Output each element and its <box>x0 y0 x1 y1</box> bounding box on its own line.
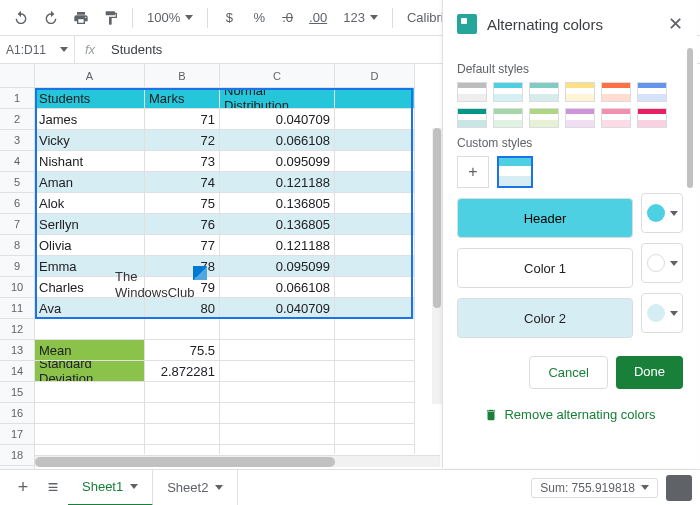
cell[interactable]: 0.040709 <box>220 109 335 130</box>
name-box[interactable]: A1:D11 <box>0 36 75 63</box>
cell[interactable] <box>335 424 415 445</box>
remove-alt-colors-button[interactable]: Remove alternating colors <box>457 407 683 422</box>
cell[interactable] <box>35 319 145 340</box>
cell[interactable] <box>145 445 220 454</box>
cell[interactable] <box>335 235 415 256</box>
cell[interactable] <box>220 424 335 445</box>
cell[interactable] <box>35 424 145 445</box>
row-header[interactable]: 16 <box>0 403 35 424</box>
cell[interactable] <box>145 403 220 424</box>
cell[interactable]: 0.136805 <box>220 193 335 214</box>
cell[interactable]: 73 <box>145 151 220 172</box>
cell[interactable]: 0.066108 <box>220 277 335 298</box>
cell[interactable]: 0.066108 <box>220 130 335 151</box>
cell[interactable] <box>35 382 145 403</box>
undo-button[interactable] <box>8 5 34 31</box>
cell[interactable] <box>335 319 415 340</box>
cell[interactable]: Aman <box>35 172 145 193</box>
cell[interactable] <box>335 256 415 277</box>
cell[interactable] <box>220 340 335 361</box>
add-custom-style-button[interactable]: + <box>457 156 489 188</box>
style-swatch[interactable] <box>529 82 559 102</box>
style-swatch[interactable] <box>601 108 631 128</box>
style-swatch[interactable] <box>493 82 523 102</box>
cell[interactable]: Vicky <box>35 130 145 151</box>
style-swatch[interactable] <box>637 82 667 102</box>
cell[interactable]: 80 <box>145 298 220 319</box>
cell[interactable] <box>220 382 335 403</box>
cell[interactable]: 0.136805 <box>220 214 335 235</box>
cell[interactable]: Mean <box>35 340 145 361</box>
cell[interactable]: 75.5 <box>145 340 220 361</box>
col-header-B[interactable]: B <box>145 64 220 88</box>
cancel-button[interactable]: Cancel <box>529 356 607 389</box>
cell[interactable] <box>35 445 145 454</box>
cell[interactable] <box>335 172 415 193</box>
row-header[interactable]: 1 <box>0 88 35 109</box>
cell[interactable]: 0.095099 <box>220 151 335 172</box>
cell[interactable]: 0.121188 <box>220 235 335 256</box>
style-swatch[interactable] <box>565 108 595 128</box>
col-header-C[interactable]: C <box>220 64 335 88</box>
add-sheet-button[interactable]: + <box>8 473 38 503</box>
row-header[interactable]: 14 <box>0 361 35 382</box>
cell[interactable] <box>335 361 415 382</box>
cell[interactable] <box>145 319 220 340</box>
cell[interactable]: 77 <box>145 235 220 256</box>
cell[interactable] <box>335 445 415 454</box>
color1-picker[interactable] <box>641 243 683 283</box>
row-header[interactable]: 4 <box>0 151 35 172</box>
tab-sheet1[interactable]: Sheet1 <box>68 470 153 506</box>
tab-sheet2[interactable]: Sheet2 <box>153 470 238 506</box>
row-header[interactable]: 18 <box>0 445 35 466</box>
cell[interactable] <box>145 424 220 445</box>
panel-scrollbar[interactable] <box>687 48 695 328</box>
cell[interactable]: Ava <box>35 298 145 319</box>
cell[interactable]: 74 <box>145 172 220 193</box>
row-header[interactable]: 9 <box>0 256 35 277</box>
row-header[interactable]: 10 <box>0 277 35 298</box>
row-header[interactable]: 6 <box>0 193 35 214</box>
percent-button[interactable]: % <box>246 5 272 31</box>
style-swatch[interactable] <box>601 82 631 102</box>
style-swatch[interactable] <box>529 108 559 128</box>
cell[interactable] <box>335 193 415 214</box>
row-header[interactable]: 11 <box>0 298 35 319</box>
cell[interactable] <box>335 109 415 130</box>
cell[interactable]: Normal Distribution <box>220 88 335 109</box>
cell[interactable]: 72 <box>145 130 220 151</box>
col-header-A[interactable]: A <box>35 64 145 88</box>
quicksum-dropdown[interactable]: Sum: 755.919818 <box>531 478 658 498</box>
cell[interactable] <box>220 361 335 382</box>
cell[interactable]: Nishant <box>35 151 145 172</box>
more-formats-dropdown[interactable]: 123 <box>337 10 384 25</box>
style-swatch[interactable] <box>493 108 523 128</box>
cell[interactable]: 0.095099 <box>220 256 335 277</box>
cell[interactable]: 0.040709 <box>220 298 335 319</box>
cell[interactable]: Standard Deviation <box>35 361 145 382</box>
explore-button[interactable] <box>666 475 692 501</box>
cell[interactable] <box>335 130 415 151</box>
vertical-scrollbar[interactable] <box>432 128 442 404</box>
cell[interactable] <box>220 403 335 424</box>
row-header[interactable]: 15 <box>0 382 35 403</box>
style-swatch[interactable] <box>457 108 487 128</box>
cell[interactable]: 71 <box>145 109 220 130</box>
cell[interactable] <box>35 403 145 424</box>
cell[interactable] <box>145 382 220 403</box>
decrease-decimal-button[interactable]: .0 <box>276 10 299 25</box>
cell[interactable]: Students <box>35 88 145 109</box>
style-swatch[interactable] <box>565 82 595 102</box>
cell[interactable] <box>335 214 415 235</box>
cell[interactable]: Marks <box>145 88 220 109</box>
row-header[interactable]: 17 <box>0 424 35 445</box>
row-header[interactable]: 5 <box>0 172 35 193</box>
row-header[interactable]: 3 <box>0 130 35 151</box>
cell[interactable]: 78 <box>145 256 220 277</box>
horizontal-scrollbar[interactable] <box>35 455 440 467</box>
cell[interactable]: Olivia <box>35 235 145 256</box>
custom-style-selected[interactable] <box>497 156 533 188</box>
cell[interactable] <box>335 88 415 109</box>
cell[interactable] <box>335 340 415 361</box>
cell[interactable]: James <box>35 109 145 130</box>
